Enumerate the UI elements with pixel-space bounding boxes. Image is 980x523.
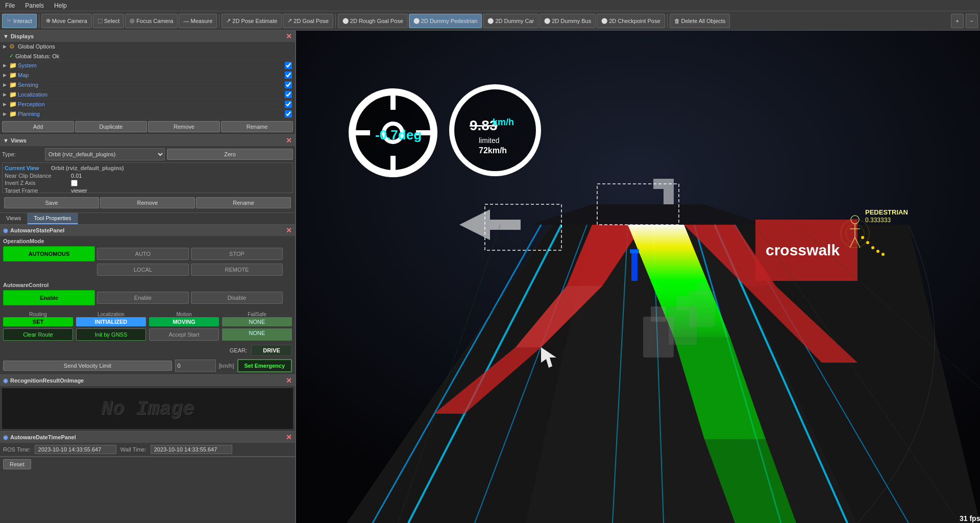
planning-item[interactable]: ▶ 📁 Planning <box>0 109 295 119</box>
interact-icon: ☞ <box>7 17 12 24</box>
system-checkbox[interactable] <box>285 62 292 69</box>
tab-bar: Views Tool Properties <box>0 213 295 225</box>
map-item[interactable]: ▶ 📁 Map <box>0 70 295 80</box>
dummy-car-button[interactable]: ⬤ 2D Dummy Car <box>483 14 538 28</box>
planning-label: Planning <box>18 111 285 117</box>
delete-all-button[interactable]: 🗑 Delete All Objects <box>670 14 730 28</box>
status-values-row: SET INITIALIZED MOVING NONE <box>3 317 292 326</box>
goal-pose-button[interactable]: ↗ 2D Goal Pose <box>283 14 333 28</box>
svg-text:31 fps: 31 fps <box>960 514 980 522</box>
menu-file[interactable]: File <box>0 1 20 10</box>
near-clip-key: Near Clip Distance <box>5 173 71 179</box>
save-button[interactable]: Save <box>4 197 99 208</box>
status-grid-section: Routing Localization Motion FailSafe SET… <box>0 310 295 343</box>
near-clip-row: Near Clip Distance 0.01 <box>5 172 290 179</box>
svg-rect-28 <box>697 282 708 295</box>
plus-button[interactable]: + <box>951 14 963 28</box>
send-velocity-button[interactable]: Send Velocity Limit <box>3 361 172 371</box>
views-close-button[interactable]: ✕ <box>286 136 292 145</box>
enable-2-button[interactable]: Enable <box>97 292 189 304</box>
measure-button[interactable]: — Measure <box>179 14 217 28</box>
global-status-item[interactable]: ✓ Global Status: Ok <box>0 52 295 61</box>
autonomous-button[interactable]: AUTONOMOUS <box>3 246 95 262</box>
interact-button[interactable]: ☞ Interact <box>2 14 37 28</box>
rough-goal-icon: ⬤ <box>342 17 349 24</box>
remove-button[interactable]: Remove <box>148 121 220 132</box>
invert-z-checkbox[interactable] <box>71 180 78 186</box>
localization-item[interactable]: ▶ 📁 Localization <box>0 90 295 100</box>
auto-button[interactable]: AUTO <box>97 248 189 260</box>
autoware-state-close[interactable]: ✕ <box>286 226 292 234</box>
svg-point-49 <box>876 250 879 253</box>
planning-checkbox[interactable] <box>285 110 292 117</box>
near-clip-val: 0.01 <box>71 173 82 179</box>
rough-goal-pose-button[interactable]: ⬤ 2D Rough Goal Pose <box>338 14 408 28</box>
toolbar: ☞ Interact ⊕ Move Camera ⬚ Select ◎ Focu… <box>0 11 980 31</box>
svg-point-48 <box>871 246 874 249</box>
dummy-bus-button[interactable]: ⬤ 2D Dummy Bus <box>540 14 596 28</box>
add-button[interactable]: Add <box>2 121 74 132</box>
enable-button[interactable]: Enable <box>3 290 95 305</box>
select-button[interactable]: ⬚ Select <box>93 14 125 28</box>
planning-folder-icon: 📁 <box>9 110 16 117</box>
checkpoint-pose-button[interactable]: ⬤ 2D Checkpoint Pose <box>597 14 665 28</box>
viewport[interactable]: crosswalk <box>296 31 980 523</box>
sensing-checkbox[interactable] <box>285 81 292 88</box>
recognition-header[interactable]: ◉ RecognitionResultOnImage ✕ <box>0 375 295 386</box>
displays-close-button[interactable]: ✕ <box>286 32 292 40</box>
autoware-state-header[interactable]: ◉ AutowareStatePanel ✕ <box>0 225 295 236</box>
datetime-header[interactable]: ◉ AutowareDateTimePanel ✕ <box>0 432 295 443</box>
set-emergency-button[interactable]: Set Emergency <box>237 359 292 372</box>
clear-route-button[interactable]: Clear Route <box>3 328 73 341</box>
views-section: ▼ Views ✕ Type: Orbit (rviz_default_plug… <box>0 135 295 213</box>
velocity-input[interactable] <box>175 360 216 372</box>
localization-checkbox[interactable] <box>285 91 292 98</box>
menu-help[interactable]: Help <box>49 1 72 10</box>
recognition-panel: ◉ RecognitionResultOnImage ✕ No Image <box>0 375 295 432</box>
displays-title: Displays <box>11 33 34 39</box>
minus-button[interactable]: − <box>966 14 978 28</box>
target-frame-row: Target Frame viewer <box>5 187 290 193</box>
global-options-item[interactable]: ▶ ⚙ Global Options <box>0 42 295 52</box>
disable-button[interactable]: Disable <box>191 292 283 304</box>
tab-views[interactable]: Views <box>0 213 28 224</box>
zero-button[interactable]: Zero <box>167 149 293 160</box>
autoware-control-section: AutowareControl Enable Enable Disable <box>0 280 295 310</box>
rename-view-button[interactable]: Rename <box>196 197 291 208</box>
perception-checkbox[interactable] <box>285 101 292 108</box>
views-header[interactable]: ▼ Views ✕ <box>0 135 295 146</box>
menu-panels[interactable]: Panels <box>20 1 49 10</box>
current-view-label: Current View Orbit (rviz_default_plugins… <box>5 165 290 171</box>
tab-tool-properties[interactable]: Tool Properties <box>28 213 78 224</box>
init-gnss-button[interactable]: Init by GNSS <box>76 328 146 341</box>
displays-header[interactable]: ▼ Displays ✕ <box>0 31 295 42</box>
remote-button[interactable]: REMOTE <box>191 264 283 276</box>
invert-z-key: Invert Z Axis <box>5 180 71 186</box>
map-checkbox[interactable] <box>285 72 292 79</box>
dummy-pedestrian-button[interactable]: ⬤ 2D Dummy Pedestrian <box>409 14 482 28</box>
accept-start-button[interactable]: Accept Start <box>149 328 219 341</box>
local-button[interactable]: LOCAL <box>97 264 189 276</box>
recognition-close[interactable]: ✕ <box>286 376 292 385</box>
pose-estimate-button[interactable]: ↗ 2D Pose Estimate <box>222 14 282 28</box>
move-camera-button[interactable]: ⊕ Move Camera <box>41 14 92 28</box>
stop-button[interactable]: STOP <box>191 248 283 260</box>
sensing-item[interactable]: ▶ 📁 Sensing <box>0 80 295 90</box>
ros-time-value: 2023-10-10 14:33:55.647 <box>35 445 116 454</box>
bottom-bar: Reset <box>0 457 295 471</box>
view-type-select[interactable]: Orbit (rviz_default_plugins) <box>45 148 165 160</box>
remove-view-button[interactable]: Remove <box>100 197 195 208</box>
rename-button[interactable]: Rename <box>221 121 293 132</box>
delete-all-icon: 🗑 <box>674 18 680 24</box>
invert-z-row: Invert Z Axis <box>5 179 290 187</box>
duplicate-button[interactable]: Duplicate <box>75 121 147 132</box>
datetime-close[interactable]: ✕ <box>286 433 292 441</box>
system-item[interactable]: ▶ 📁 System <box>0 61 295 70</box>
failsafe-label: FailSafe <box>222 312 292 317</box>
reset-button[interactable]: Reset <box>3 459 31 469</box>
svg-rect-26 <box>676 296 689 311</box>
drive-status: DRIVE <box>251 345 292 356</box>
focus-camera-button[interactable]: ◎ Focus Camera <box>125 14 178 28</box>
localization-label: Localization <box>18 91 285 98</box>
perception-item[interactable]: ▶ 📁 Perception <box>0 100 295 109</box>
